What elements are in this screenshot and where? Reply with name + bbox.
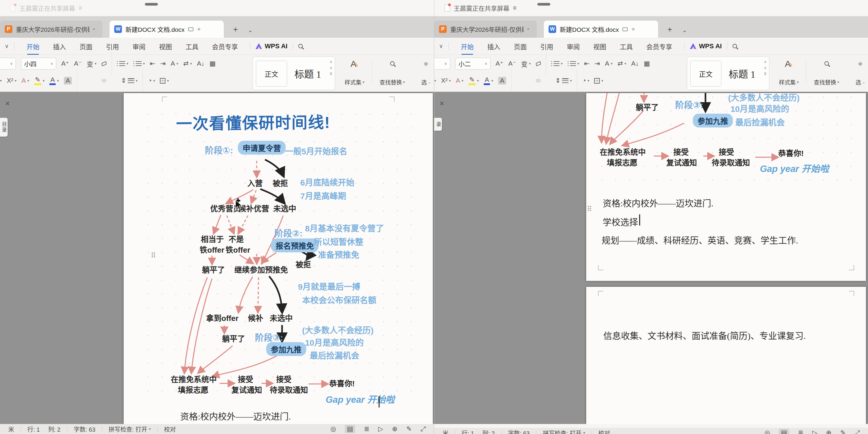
page-view-icon[interactable]: ▤ bbox=[779, 429, 789, 434]
search-icon[interactable] bbox=[733, 44, 737, 48]
sort-button[interactable]: A↓ bbox=[631, 60, 639, 67]
new-tab-button[interactable]: + bbox=[668, 26, 672, 34]
paragraph-drag-handle[interactable]: ⠿ bbox=[587, 206, 591, 213]
decrease-indent-button[interactable]: ⇤ bbox=[150, 60, 155, 67]
tab-list-button[interactable]: ⌄ bbox=[682, 27, 687, 33]
shrink-font-button[interactable]: A⁻ bbox=[508, 60, 516, 67]
close-pane-icon[interactable]: × bbox=[5, 99, 10, 107]
styles-down-icon[interactable]: ∨ bbox=[764, 66, 767, 70]
sort-button[interactable]: A↓ bbox=[197, 60, 205, 67]
style-set-button[interactable]: A✎ 样式集▾ bbox=[339, 57, 370, 90]
window-drag-pill[interactable] bbox=[145, 3, 158, 6]
style-heading1[interactable]: 标题 1 bbox=[724, 61, 760, 87]
document-page-1[interactable]: 躺平了 阶段③: 参加九推 (大多数人不会经历) 10月是高风险的 最后捡漏机会… bbox=[586, 93, 866, 281]
play-icon[interactable]: ▷ bbox=[378, 425, 383, 433]
char-shading-button[interactable]: A bbox=[498, 77, 506, 85]
change-case-button[interactable]: 变▾ bbox=[87, 59, 97, 68]
font-color-button[interactable]: A▾ bbox=[50, 76, 59, 85]
align-left-button[interactable] bbox=[82, 79, 87, 83]
align-center-button[interactable] bbox=[92, 79, 97, 83]
line-spacing-button[interactable]: ⇕▾ bbox=[121, 77, 137, 85]
clear-format-button[interactable] bbox=[536, 62, 541, 65]
styles-down-icon[interactable]: ∨ bbox=[330, 66, 333, 70]
outline-view-icon[interactable]: ≣ bbox=[364, 425, 369, 433]
styles-up-icon[interactable]: ∧ bbox=[764, 60, 767, 64]
toc-flag[interactable]: 录 bbox=[434, 118, 442, 131]
menu-insert[interactable]: 插入 bbox=[53, 41, 66, 51]
menu-tools[interactable]: 工具 bbox=[185, 41, 199, 51]
menu-review[interactable]: 审阅 bbox=[566, 41, 580, 51]
borders-button[interactable]: ▾ bbox=[594, 78, 603, 84]
align-left-button[interactable] bbox=[517, 79, 521, 83]
menu-view[interactable]: 视图 bbox=[158, 41, 173, 51]
fit-window-icon[interactable]: ⤢ bbox=[421, 425, 426, 433]
increase-indent-button[interactable]: ⇥ bbox=[594, 60, 600, 67]
outline-view-icon[interactable]: ≣ bbox=[798, 429, 803, 434]
styles-more-icon[interactable]: ⊽ bbox=[764, 72, 767, 76]
superscript-button[interactable]: X²▾ bbox=[7, 77, 17, 85]
swap-button[interactable]: ⇄▾ bbox=[617, 60, 626, 67]
highlight-color-button[interactable]: ✎▾ bbox=[468, 76, 479, 85]
styles-more-icon[interactable]: ⊽ bbox=[330, 72, 333, 76]
tab-docx-document[interactable]: W 新建DOCX 文档.docx ✳ bbox=[544, 21, 658, 38]
justify-button[interactable] bbox=[101, 79, 106, 83]
char-shading-button[interactable]: A bbox=[64, 77, 72, 85]
justify-button[interactable] bbox=[536, 79, 540, 83]
text-tool-button[interactable]: ◔▾ bbox=[582, 77, 589, 85]
tab-list-button[interactable]: ⌄ bbox=[248, 27, 253, 33]
menu-insert[interactable]: 插入 bbox=[487, 41, 501, 51]
styles-up-icon[interactable]: ∧ bbox=[330, 60, 333, 64]
text-effects-button[interactable]: A▾ bbox=[456, 77, 463, 85]
menu-view[interactable]: 视图 bbox=[593, 41, 607, 51]
swap-button[interactable]: ⇄▾ bbox=[183, 60, 192, 67]
wps-ai-button[interactable]: WPS AI bbox=[690, 42, 722, 50]
font-size-combo[interactable]: 小四∨ bbox=[21, 58, 56, 69]
change-case-button[interactable]: 变▾ bbox=[521, 59, 531, 68]
wps-ai-button[interactable]: WPS AI bbox=[255, 42, 287, 50]
toc-flag[interactable]: 目录 bbox=[0, 118, 8, 136]
numbered-list-button[interactable]: ▾ bbox=[133, 61, 145, 66]
fit-window-icon[interactable]: ⤢ bbox=[855, 429, 860, 434]
collapse-ribbon-icon[interactable]: ∨ bbox=[439, 43, 443, 50]
status-proofread[interactable]: 校对 bbox=[164, 425, 176, 433]
menu-reference[interactable]: 引用 bbox=[540, 41, 554, 51]
style-normal[interactable]: 正文 bbox=[256, 61, 287, 87]
edit-pen-icon[interactable]: ✎ bbox=[840, 429, 846, 434]
borders-button[interactable]: ▾ bbox=[160, 78, 169, 84]
menu-home[interactable]: 开始 bbox=[460, 41, 474, 51]
tab-pdf-document[interactable]: P 重庆大学2026年研招-仅供研招宣 bbox=[434, 21, 537, 38]
web-view-icon[interactable]: ⊕ bbox=[826, 429, 832, 434]
style-heading1[interactable]: 标题 1 bbox=[290, 61, 326, 87]
shrink-font-button[interactable]: A⁻ bbox=[74, 60, 82, 67]
text-effects-button[interactable]: A▾ bbox=[22, 77, 29, 85]
font-color-button[interactable]: A▾ bbox=[484, 76, 493, 85]
collapse-ribbon-icon[interactable]: ∨ bbox=[5, 43, 9, 50]
search-icon[interactable] bbox=[298, 44, 303, 48]
menu-member[interactable]: 会员专享 bbox=[646, 41, 673, 51]
decrease-indent-button[interactable]: ⇤ bbox=[584, 60, 589, 67]
window-drag-pill[interactable] bbox=[537, 3, 550, 6]
menu-review[interactable]: 审阅 bbox=[132, 41, 146, 51]
underline-button-fragment[interactable]: ▾ bbox=[434, 79, 436, 83]
web-view-icon[interactable]: ⊕ bbox=[392, 425, 398, 433]
highlight-color-button[interactable]: ✎▾ bbox=[34, 76, 44, 85]
menu-tools[interactable]: 工具 bbox=[619, 41, 633, 51]
show-marks-button[interactable]: ▦ bbox=[209, 60, 216, 67]
find-replace-button[interactable]: 查找替换▾ bbox=[374, 57, 410, 90]
status-spellcheck[interactable]: 拼写检查: 打开▾ bbox=[108, 425, 151, 433]
style-set-button[interactable]: A✎ 样式集▾ bbox=[774, 57, 804, 90]
read-mode-icon[interactable]: ◎ bbox=[764, 429, 770, 434]
document-page-2[interactable]: 信息收集、文书材料、面试准备(简历)、专业课复习. bbox=[586, 287, 866, 424]
comment-icon[interactable] bbox=[622, 27, 628, 31]
style-normal[interactable]: 正文 bbox=[690, 61, 721, 87]
close-pane-icon[interactable]: × bbox=[440, 99, 444, 107]
font-size-combo[interactable]: 小二∨ bbox=[455, 58, 491, 69]
play-icon[interactable]: ▷ bbox=[812, 429, 817, 434]
text-direction-button[interactable]: A▾ bbox=[171, 60, 179, 67]
menu-reference[interactable]: 引用 bbox=[105, 41, 120, 51]
numbered-list-button[interactable]: ▾ bbox=[568, 61, 579, 66]
comment-icon[interactable] bbox=[188, 27, 193, 31]
paragraph-drag-handle[interactable]: ⠿ bbox=[151, 252, 155, 259]
show-marks-button[interactable]: ▦ bbox=[644, 60, 650, 67]
tab-pdf-document[interactable]: P 重庆大学2026年研招-仅供研招宣 bbox=[0, 21, 102, 38]
